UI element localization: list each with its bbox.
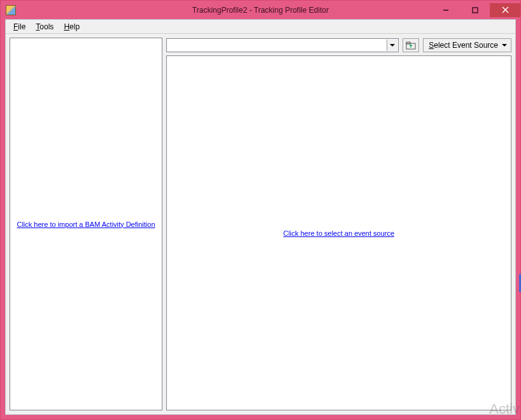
event-source-toolbar: Select Event Source [166,38,511,53]
maximize-button[interactable] [460,3,490,17]
menu-help[interactable]: Help [59,21,85,33]
activity-definition-pane: Click here to import a BAM Activity Defi… [10,38,162,410]
menu-tools-rest: ools [39,22,54,31]
menu-help-rest: elp [69,22,80,31]
menubar: File Tools Help [6,20,515,34]
menu-file-rest: ile [18,22,25,31]
up-folder-icon [406,41,416,50]
chevron-down-icon [502,44,507,47]
client-area: File Tools Help Click here to import a B… [5,19,516,415]
app-window: TrackingProfile2 - Tracking Profile Edit… [0,0,521,420]
minimize-button[interactable] [431,3,460,17]
import-bam-link[interactable]: Click here to import a BAM Activity Defi… [17,221,155,228]
minimize-icon [443,7,449,13]
event-source-pane: Click here to select an event source [166,55,511,410]
select-event-source-link[interactable]: Click here to select an event source [283,229,394,237]
select-event-source-button[interactable]: Select Event Source [423,38,511,52]
combo-dropdown-button[interactable] [387,40,397,51]
right-column: Select Event Source Click here to select… [166,38,511,410]
up-one-level-button[interactable] [403,38,419,52]
chevron-down-icon [390,44,395,47]
menu-tools[interactable]: Tools [31,21,59,33]
workarea: Click here to import a BAM Activity Defi… [6,34,515,414]
app-icon [6,5,16,15]
window-controls [431,3,520,17]
close-icon [502,6,509,13]
maximize-icon [472,7,478,13]
close-button[interactable] [490,3,520,17]
menu-file[interactable]: File [8,21,31,33]
event-source-combo[interactable] [166,38,399,52]
svg-rect-1 [473,8,478,13]
select-event-source-rest: elect Event Source [434,41,498,50]
titlebar[interactable]: TrackingProfile2 - Tracking Profile Edit… [1,1,520,19]
